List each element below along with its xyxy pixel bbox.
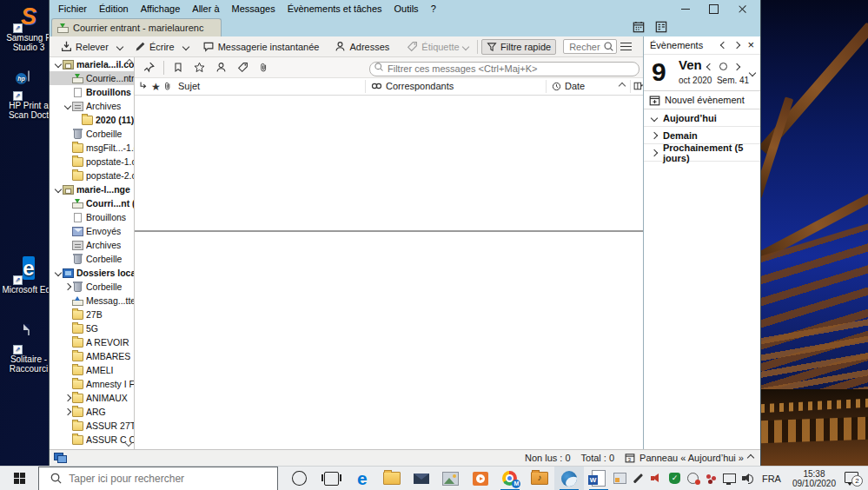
- folder-row-6[interactable]: msgFilt...-1.d: [50, 141, 134, 155]
- folder-row-23[interactable]: Amnesty I F: [50, 377, 134, 391]
- expand-icon[interactable]: [63, 394, 70, 401]
- folder-row-13[interactable]: Archives: [50, 238, 134, 252]
- thread-list-empty[interactable]: [135, 96, 643, 230]
- subject-column-header[interactable]: Sujet: [178, 81, 200, 91]
- desktop-icon-solitaire-shortcut[interactable]: ↗Solitaire -Raccourci: [2, 325, 56, 374]
- tray-image-preview-icon[interactable]: [613, 473, 626, 485]
- taskbar-search-input[interactable]: [39, 473, 277, 485]
- menu-item-3[interactable]: Aller à: [186, 2, 225, 16]
- folder-row-9[interactable]: marie-l...nge: [50, 182, 134, 196]
- tab-inbox[interactable]: Courrier entrant - marielaurenc: [51, 18, 222, 36]
- star-column-button[interactable]: ★: [151, 81, 161, 93]
- folder-row-1[interactable]: Courrie...ntra: [50, 71, 134, 85]
- new-event-button[interactable]: Nouvel évènement: [644, 91, 760, 109]
- get-mail-dropdown[interactable]: [113, 43, 127, 51]
- menu-item-4[interactable]: Messages: [226, 2, 282, 16]
- task-view-button[interactable]: [324, 472, 339, 486]
- quick-filter-button[interactable]: Filtre rapide: [481, 39, 556, 55]
- filter-pin-button[interactable]: [138, 59, 160, 76]
- today-button[interactable]: [719, 63, 727, 70]
- collapse-icon[interactable]: [54, 269, 61, 276]
- folder-row-25[interactable]: ARG: [50, 405, 134, 419]
- tasks-tab-button[interactable]: [654, 20, 668, 34]
- today-section-0[interactable]: Aujourd’hui: [644, 109, 760, 127]
- language-indicator[interactable]: FRA: [762, 473, 781, 484]
- maximize-button[interactable]: [699, 1, 728, 17]
- folder-row-14[interactable]: Corbeille: [50, 252, 134, 266]
- folder-row-4[interactable]: 2020 (11): [50, 113, 134, 127]
- filter-tag-button[interactable]: [232, 59, 254, 76]
- menu-item-7[interactable]: ?: [425, 2, 442, 16]
- attachment-column-button[interactable]: [163, 81, 172, 91]
- filter-attachment-button[interactable]: [254, 59, 274, 76]
- expand-minimonth-button[interactable]: [749, 70, 756, 76]
- folder-row-7[interactable]: popstate-1.c: [50, 155, 134, 169]
- folder-row-15[interactable]: Dossiers loca: [50, 266, 134, 280]
- thread-column-button[interactable]: [139, 81, 149, 90]
- menu-item-5[interactable]: Évènements et tâches: [282, 2, 388, 16]
- folder-row-21[interactable]: AMBARES: [50, 349, 134, 363]
- desktop-icon-hp-print-scan-doctor[interactable]: ↗HP Print aScan Doct: [2, 71, 56, 120]
- taskbar-app-music-folder[interactable]: ♪: [525, 467, 554, 490]
- column-separator[interactable]: [365, 80, 366, 93]
- chat-button[interactable]: Messagerie instantanée: [198, 39, 324, 54]
- taskbar-app-thunderbird[interactable]: [554, 467, 584, 490]
- tray-sync-alert-icon[interactable]: [686, 473, 699, 485]
- start-button[interactable]: [0, 467, 38, 490]
- address-book-button[interactable]: Adresses: [330, 39, 394, 54]
- folder-row-10[interactable]: Courri...nt (: [50, 196, 134, 210]
- taskbar-app-chrome[interactable]: M: [495, 467, 525, 490]
- filter-unread-button[interactable]: [168, 59, 189, 76]
- folder-row-19[interactable]: 5G: [50, 321, 134, 335]
- date-column-header[interactable]: Date: [552, 81, 585, 91]
- folder-row-12[interactable]: Envoyés: [50, 224, 134, 238]
- tray-volume-red-icon[interactable]: [650, 473, 663, 485]
- taskbar-app-word[interactable]: [584, 467, 613, 490]
- collapse-icon[interactable]: [54, 186, 61, 193]
- menu-item-6[interactable]: Outils: [388, 2, 425, 16]
- next-date-button[interactable]: [733, 63, 740, 70]
- sort-direction-indicator[interactable]: [620, 83, 625, 89]
- folder-row-27[interactable]: ASSUR C C: [50, 433, 134, 447]
- previous-day-button[interactable]: [720, 42, 727, 49]
- next-day-button[interactable]: [733, 42, 740, 49]
- tray-speaker-icon[interactable]: [741, 473, 754, 485]
- filter-contact-button[interactable]: [210, 59, 232, 76]
- app-menu-button[interactable]: [617, 39, 635, 55]
- calendar-tab-button[interactable]: [632, 20, 646, 34]
- tray-pen-icon[interactable]: [632, 473, 645, 485]
- folder-row-22[interactable]: AMELI: [50, 363, 134, 377]
- get-mail-button[interactable]: Relever: [56, 39, 113, 54]
- taskbar-app-photos[interactable]: [436, 467, 466, 490]
- filter-starred-button[interactable]: [189, 59, 210, 76]
- expand-icon[interactable]: [63, 408, 70, 415]
- close-button[interactable]: [728, 1, 757, 17]
- folder-row-24[interactable]: ANIMAUX: [50, 391, 134, 405]
- taskbar-app-edge[interactable]: e: [348, 467, 377, 490]
- write-dropdown[interactable]: [179, 43, 193, 51]
- column-separator[interactable]: [546, 80, 547, 93]
- tray-defender-shield-icon[interactable]: ✓: [668, 473, 681, 485]
- today-section-2[interactable]: Prochainement (5 jours): [644, 144, 760, 162]
- today-panel-toggle[interactable]: 3 Panneau « Aujourd’hui »: [625, 453, 753, 463]
- correspondents-column-header[interactable]: Correspondants: [371, 81, 454, 91]
- write-button[interactable]: Écrire: [130, 39, 179, 54]
- folder-row-11[interactable]: Brouillons: [50, 210, 134, 224]
- desktop-icon-samsung-print-studio-3[interactable]: S↗Samsung PStudio 3: [2, 3, 56, 52]
- folder-row-16[interactable]: Corbeille: [50, 280, 134, 294]
- folder-row-8[interactable]: popstate-2.c: [50, 169, 134, 182]
- folder-row-3[interactable]: Archives: [50, 99, 134, 113]
- expand-icon[interactable]: [63, 283, 70, 290]
- minimize-button[interactable]: [671, 1, 699, 17]
- message-pane-empty[interactable]: [135, 232, 643, 449]
- folder-row-0[interactable]: mariela...il.co: [50, 57, 134, 71]
- tag-button[interactable]: Étiquette: [402, 39, 472, 54]
- menu-item-0[interactable]: Fichier: [52, 2, 93, 16]
- action-center-button[interactable]: 2: [845, 472, 861, 485]
- folder-row-17[interactable]: Messag...tte: [50, 294, 134, 308]
- taskbar-app-file-explorer[interactable]: [377, 467, 407, 490]
- folder-row-5[interactable]: Corbeille: [50, 127, 134, 141]
- folder-row-18[interactable]: 27B: [50, 308, 134, 321]
- desktop-icon-microsoft-edge[interactable]: e↗Microsoft Edg: [2, 255, 56, 295]
- tray-monitor-icon[interactable]: [723, 473, 736, 485]
